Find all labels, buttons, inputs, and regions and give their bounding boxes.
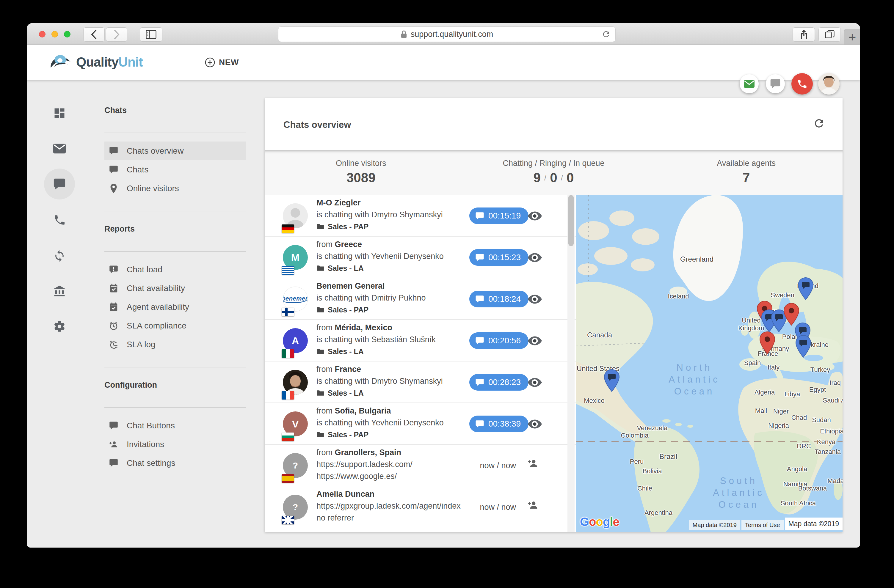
share-button[interactable]: [793, 27, 815, 42]
chat-duration-badge[interactable]: 00:38:39: [469, 416, 529, 432]
minimize-window-button[interactable]: [51, 31, 58, 38]
view-chat-eye-icon[interactable]: [528, 294, 542, 304]
address-bar[interactable]: support.qualityunit.com: [278, 26, 616, 42]
new-button[interactable]: NEW: [205, 57, 239, 68]
folder-icon: [316, 431, 324, 438]
sidebar-item-label: Chat availability: [127, 283, 185, 293]
visitor-name: M-O Ziegler: [316, 197, 443, 209]
map-country-label: Botswana: [798, 484, 827, 492]
row-text: from Sofia, Bulgaria is chatting with Ye…: [316, 405, 444, 440]
visitor-name: from Sofia, Bulgaria: [316, 405, 444, 417]
visitor-name: Benemen General: [316, 280, 426, 292]
sidebar-item-agent-availability[interactable]: Agent availability: [104, 298, 246, 316]
chat-list-row[interactable]: V from Sofia, Bulgaria is chatting with …: [265, 403, 576, 445]
row-third-line: Sales - LA: [316, 387, 443, 399]
rail-item-phone-icon[interactable]: [50, 211, 69, 229]
stat-label: Available agents: [650, 159, 843, 168]
person-add-icon: [109, 440, 118, 449]
forward-button[interactable]: [106, 27, 127, 42]
view-chat-eye-icon[interactable]: [528, 211, 542, 221]
visitor-activity-status: now / now: [431, 461, 516, 470]
sidebar-item-invitations[interactable]: Invitations: [104, 435, 246, 454]
map-pin-blue[interactable]: [797, 277, 814, 302]
map-country-label: Chad: [791, 414, 807, 422]
rail-item-dashboard-icon[interactable]: [50, 104, 69, 123]
invite-visitor-icon[interactable]: [528, 459, 538, 468]
rail-item-sync-icon[interactable]: [50, 246, 69, 265]
chat-list-row[interactable]: ? Amelia Duncan https://gpxgroup.ladesk.…: [265, 486, 576, 528]
view-chat-eye-icon[interactable]: [528, 253, 542, 262]
user-avatar[interactable]: [818, 73, 840, 95]
country-flag-icon: [282, 266, 294, 275]
sidebar-item-online-visitors[interactable]: Online visitors: [104, 179, 246, 198]
chat-alert-icon: [109, 265, 118, 274]
folder-icon: [316, 265, 324, 271]
chat-list-row[interactable]: M from Greece is chatting with Yevhenii …: [265, 237, 576, 278]
row-detail-line: is chatting with Sebastián Slušník: [316, 333, 436, 345]
visitor-activity-status: now / now: [431, 503, 516, 512]
chat-button[interactable]: [766, 74, 785, 93]
sidebar-item-chats-overview[interactable]: Chats overview: [104, 142, 246, 160]
visitors-map[interactable]: Google Map data ©2019Terms of UseMap dat…: [576, 195, 843, 532]
new-tab-button[interactable]: +: [844, 29, 860, 45]
chat-duration-badge[interactable]: 00:15:23: [469, 249, 529, 266]
map-country-label: Egypt: [809, 386, 826, 394]
row-text: Benemen General is chatting with Dmitriy…: [316, 280, 426, 316]
visitor-name: Amelia Duncan: [316, 488, 461, 500]
avatar-photo: [818, 73, 840, 95]
chat-list-row[interactable]: M-O Ziegler is chatting with Dmytro Shym…: [265, 195, 576, 237]
sidebar-toggle-button[interactable]: [140, 27, 162, 42]
chat-list-row[interactable]: ? from Granollers, Spain https://support…: [265, 445, 576, 486]
email-button[interactable]: [740, 74, 759, 93]
qualityunit-logo-icon: [50, 52, 72, 72]
chat-list-row[interactable]: benemen Benemen General is chatting with…: [265, 278, 576, 320]
rail-item-mail-icon[interactable]: [50, 139, 69, 158]
chat-list-row[interactable]: from France is chatting with Dmytro Shym…: [265, 362, 576, 403]
row-third-line: Sales - LA: [316, 345, 436, 357]
department-label: Sales - LA: [328, 262, 364, 274]
terms-of-use-link[interactable]: Terms of Use: [741, 520, 784, 530]
chat-duration-badge[interactable]: 00:20:56: [469, 332, 529, 349]
chat-duration-badge[interactable]: 00:15:19: [469, 208, 529, 224]
phone-button[interactable]: [791, 73, 813, 95]
chat-list-scrollbar[interactable]: [568, 195, 575, 532]
chat-list-row[interactable]: A from Mérida, Mexico is chatting with S…: [265, 320, 576, 362]
map-pin-red[interactable]: [759, 331, 776, 356]
reload-icon[interactable]: [602, 30, 610, 41]
folder-icon: [316, 348, 324, 355]
sidebar-section-title: Chats: [104, 106, 263, 115]
sidebar-item-chat-load[interactable]: Chat load: [104, 260, 246, 279]
scrollbar-thumb[interactable]: [568, 195, 574, 246]
sidebar-item-chats[interactable]: Chats: [104, 160, 246, 179]
rail-item-chat-icon[interactable]: [50, 175, 69, 193]
rail-item-gear-icon[interactable]: [50, 317, 69, 336]
view-chat-eye-icon[interactable]: [528, 336, 542, 346]
invite-visitor-icon[interactable]: [528, 501, 538, 510]
close-window-button[interactable]: [39, 31, 45, 38]
sidebar-item-chat-buttons[interactable]: Chat Buttons: [104, 416, 246, 435]
sidebar-item-sla-log[interactable]: SLA log: [104, 335, 246, 354]
rail-item-bank-icon[interactable]: [50, 282, 69, 301]
view-chat-eye-icon[interactable]: [528, 377, 542, 387]
zoom-window-button[interactable]: [64, 31, 71, 38]
map-pin-blue[interactable]: [603, 369, 620, 393]
divider: [104, 251, 246, 252]
tab-overview-button[interactable]: [818, 27, 841, 42]
chat-bubble-icon: [475, 253, 484, 262]
stat-online-visitors: Online visitors 3089: [265, 151, 458, 195]
country-flag-icon: [282, 516, 294, 525]
alarm-icon: [109, 321, 118, 330]
sidebar-item-chat-availability[interactable]: Chat availability: [104, 279, 246, 298]
chat-duration-badge[interactable]: 00:28:23: [469, 374, 529, 390]
back-button[interactable]: [83, 27, 105, 42]
map-pin-blue[interactable]: [795, 335, 812, 359]
refresh-button[interactable]: [813, 117, 825, 131]
chats-overview-panel: Chats overview Online visitors 3089 Chat…: [265, 98, 843, 532]
row-third-line: Sales - PAP: [316, 429, 444, 440]
map-country-label: Spain: [744, 359, 761, 367]
chat-icon: [109, 421, 118, 430]
view-chat-eye-icon[interactable]: [528, 419, 542, 429]
chat-duration-badge[interactable]: 00:18:24: [469, 291, 529, 308]
sidebar-item-chat-settings[interactable]: Chat settings: [104, 454, 246, 472]
sidebar-item-sla-compliance[interactable]: SLA compliance: [104, 316, 246, 335]
